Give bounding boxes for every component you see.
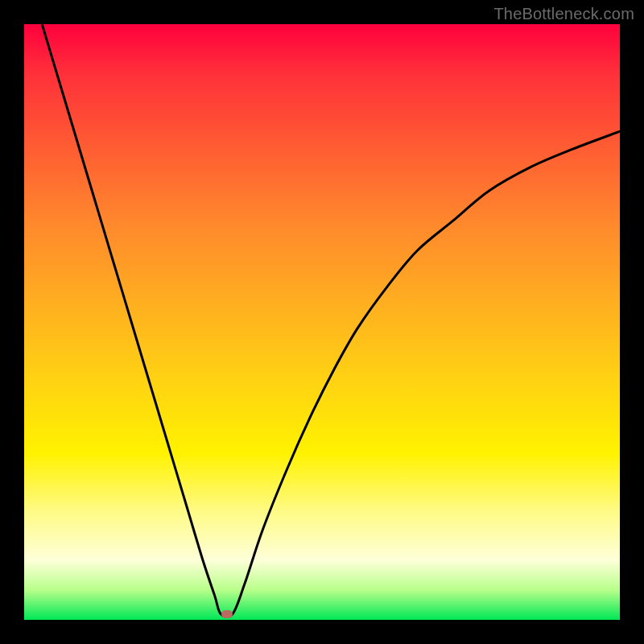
curve-path (42, 24, 620, 617)
chart-frame: TheBottleneck.com (0, 0, 644, 644)
watermark-text: TheBottleneck.com (493, 5, 634, 23)
minimum-marker (221, 610, 233, 618)
bottleneck-curve (24, 24, 620, 620)
plot-area (24, 24, 620, 620)
